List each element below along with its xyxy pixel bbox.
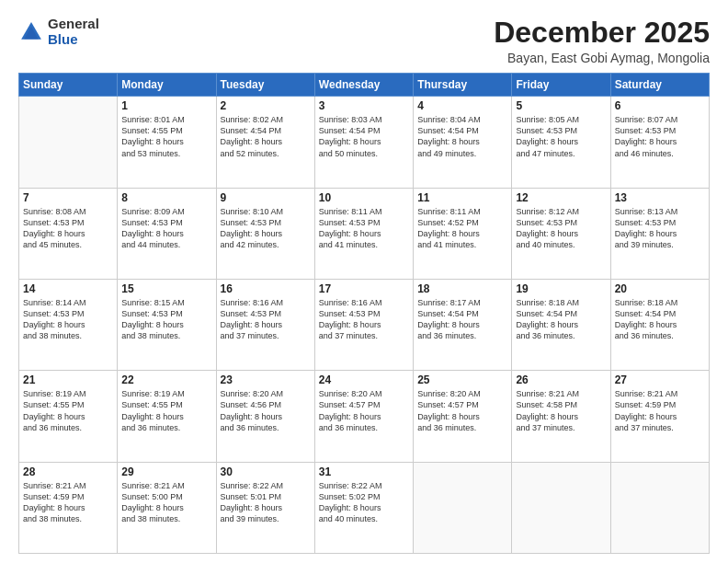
logo-line1: General: [48, 16, 99, 31]
calendar-cell: 20Sunrise: 8:18 AM Sunset: 4:54 PM Dayli…: [610, 279, 709, 370]
day-number: 26: [516, 373, 606, 386]
calendar-cell: [610, 462, 709, 553]
calendar-cell: 4Sunrise: 8:04 AM Sunset: 4:54 PM Daylig…: [414, 97, 512, 188]
day-content: Sunrise: 8:03 AM Sunset: 4:54 PM Dayligh…: [319, 114, 409, 159]
calendar-cell: 12Sunrise: 8:12 AM Sunset: 4:53 PM Dayli…: [512, 188, 610, 279]
calendar-cell: 14Sunrise: 8:14 AM Sunset: 4:53 PM Dayli…: [19, 279, 118, 370]
day-content: Sunrise: 8:21 AM Sunset: 4:59 PM Dayligh…: [615, 388, 705, 433]
calendar-cell: 31Sunrise: 8:22 AM Sunset: 5:02 PM Dayli…: [314, 462, 413, 553]
day-number: 25: [417, 373, 507, 386]
header: General Blue December 2025 Bayan, East G…: [18, 17, 710, 65]
day-number: 5: [516, 99, 606, 112]
page: General Blue December 2025 Bayan, East G…: [0, 0, 728, 563]
calendar-cell: 29Sunrise: 8:21 AM Sunset: 5:00 PM Dayli…: [118, 462, 216, 553]
day-content: Sunrise: 8:05 AM Sunset: 4:53 PM Dayligh…: [516, 114, 606, 159]
calendar-week-row: 14Sunrise: 8:14 AM Sunset: 4:53 PM Dayli…: [19, 279, 710, 370]
calendar-cell: 8Sunrise: 8:09 AM Sunset: 4:53 PM Daylig…: [118, 188, 216, 279]
day-number: 9: [221, 191, 311, 204]
day-content: Sunrise: 8:08 AM Sunset: 4:53 PM Dayligh…: [23, 206, 113, 251]
calendar-cell: [512, 462, 610, 553]
day-number: 1: [121, 99, 211, 112]
day-content: Sunrise: 8:01 AM Sunset: 4:55 PM Dayligh…: [121, 114, 211, 159]
logo: General Blue: [18, 17, 99, 47]
subtitle: Bayan, East Gobi Aymag, Mongolia: [494, 51, 710, 65]
day-content: Sunrise: 8:22 AM Sunset: 5:02 PM Dayligh…: [319, 480, 409, 525]
calendar-cell: 1Sunrise: 8:01 AM Sunset: 4:55 PM Daylig…: [118, 97, 216, 188]
calendar-cell: 2Sunrise: 8:02 AM Sunset: 4:54 PM Daylig…: [216, 97, 314, 188]
day-number: 24: [319, 373, 409, 386]
calendar-cell: 6Sunrise: 8:07 AM Sunset: 4:53 PM Daylig…: [610, 97, 709, 188]
calendar-cell: 25Sunrise: 8:20 AM Sunset: 4:57 PM Dayli…: [414, 371, 512, 462]
day-content: Sunrise: 8:21 AM Sunset: 4:58 PM Dayligh…: [516, 388, 606, 433]
calendar-cell: 5Sunrise: 8:05 AM Sunset: 4:53 PM Daylig…: [512, 97, 610, 188]
day-content: Sunrise: 8:12 AM Sunset: 4:53 PM Dayligh…: [516, 206, 606, 251]
day-content: Sunrise: 8:19 AM Sunset: 4:55 PM Dayligh…: [23, 388, 113, 433]
calendar-cell: 15Sunrise: 8:15 AM Sunset: 4:53 PM Dayli…: [118, 279, 216, 370]
day-number: 21: [23, 373, 113, 386]
day-content: Sunrise: 8:20 AM Sunset: 4:56 PM Dayligh…: [221, 388, 311, 433]
day-content: Sunrise: 8:11 AM Sunset: 4:53 PM Dayligh…: [319, 206, 409, 251]
day-number: 15: [121, 282, 211, 295]
calendar-cell: 24Sunrise: 8:20 AM Sunset: 4:57 PM Dayli…: [314, 371, 413, 462]
calendar-cell: 27Sunrise: 8:21 AM Sunset: 4:59 PM Dayli…: [610, 371, 709, 462]
day-number: 7: [23, 191, 113, 204]
day-number: 30: [221, 465, 311, 478]
calendar-day-header: Sunday: [19, 74, 118, 97]
day-number: 14: [23, 282, 113, 295]
calendar-cell: 17Sunrise: 8:16 AM Sunset: 4:53 PM Dayli…: [314, 279, 413, 370]
day-number: 16: [221, 282, 311, 295]
calendar-day-header: Friday: [512, 74, 610, 97]
day-content: Sunrise: 8:04 AM Sunset: 4:54 PM Dayligh…: [417, 114, 507, 159]
calendar-cell: 7Sunrise: 8:08 AM Sunset: 4:53 PM Daylig…: [19, 188, 118, 279]
day-content: Sunrise: 8:21 AM Sunset: 5:00 PM Dayligh…: [121, 480, 211, 525]
logo-line2: Blue: [48, 31, 78, 47]
day-content: Sunrise: 8:10 AM Sunset: 4:53 PM Dayligh…: [221, 206, 311, 251]
calendar-day-header: Wednesday: [314, 74, 413, 97]
calendar-cell: 23Sunrise: 8:20 AM Sunset: 4:56 PM Dayli…: [216, 371, 314, 462]
calendar-cell: 21Sunrise: 8:19 AM Sunset: 4:55 PM Dayli…: [19, 371, 118, 462]
day-number: 4: [417, 99, 507, 112]
calendar-header-row: SundayMondayTuesdayWednesdayThursdayFrid…: [19, 74, 710, 97]
day-number: 18: [417, 282, 507, 295]
calendar-day-header: Tuesday: [216, 74, 314, 97]
calendar-week-row: 28Sunrise: 8:21 AM Sunset: 4:59 PM Dayli…: [19, 462, 710, 553]
day-number: 11: [417, 191, 507, 204]
calendar-cell: 28Sunrise: 8:21 AM Sunset: 4:59 PM Dayli…: [19, 462, 118, 553]
day-content: Sunrise: 8:18 AM Sunset: 4:54 PM Dayligh…: [615, 297, 705, 342]
calendar-week-row: 7Sunrise: 8:08 AM Sunset: 4:53 PM Daylig…: [19, 188, 710, 279]
day-number: 19: [516, 282, 606, 295]
day-number: 3: [319, 99, 409, 112]
day-content: Sunrise: 8:19 AM Sunset: 4:55 PM Dayligh…: [121, 388, 211, 433]
calendar-cell: [19, 97, 118, 188]
calendar-cell: 18Sunrise: 8:17 AM Sunset: 4:54 PM Dayli…: [414, 279, 512, 370]
day-content: Sunrise: 8:16 AM Sunset: 4:53 PM Dayligh…: [319, 297, 409, 342]
calendar-day-header: Monday: [118, 74, 216, 97]
day-content: Sunrise: 8:09 AM Sunset: 4:53 PM Dayligh…: [121, 206, 211, 251]
title-block: December 2025 Bayan, East Gobi Aymag, Mo…: [494, 17, 710, 65]
day-number: 12: [516, 191, 606, 204]
day-number: 29: [121, 465, 211, 478]
day-content: Sunrise: 8:15 AM Sunset: 4:53 PM Dayligh…: [121, 297, 211, 342]
calendar-day-header: Thursday: [414, 74, 512, 97]
day-number: 20: [615, 282, 705, 295]
calendar-cell: [414, 462, 512, 553]
main-title: December 2025: [494, 17, 710, 49]
day-number: 10: [319, 191, 409, 204]
calendar-cell: 11Sunrise: 8:11 AM Sunset: 4:52 PM Dayli…: [414, 188, 512, 279]
day-content: Sunrise: 8:22 AM Sunset: 5:01 PM Dayligh…: [221, 480, 311, 525]
day-content: Sunrise: 8:16 AM Sunset: 4:53 PM Dayligh…: [221, 297, 311, 342]
day-number: 17: [319, 282, 409, 295]
day-content: Sunrise: 8:17 AM Sunset: 4:54 PM Dayligh…: [417, 297, 507, 342]
day-number: 8: [121, 191, 211, 204]
calendar-cell: 30Sunrise: 8:22 AM Sunset: 5:01 PM Dayli…: [216, 462, 314, 553]
calendar-table: SundayMondayTuesdayWednesdayThursdayFrid…: [18, 73, 710, 554]
day-content: Sunrise: 8:02 AM Sunset: 4:54 PM Dayligh…: [221, 114, 311, 159]
day-number: 27: [615, 373, 705, 386]
calendar-cell: 10Sunrise: 8:11 AM Sunset: 4:53 PM Dayli…: [314, 188, 413, 279]
calendar-cell: 26Sunrise: 8:21 AM Sunset: 4:58 PM Dayli…: [512, 371, 610, 462]
calendar-cell: 13Sunrise: 8:13 AM Sunset: 4:53 PM Dayli…: [610, 188, 709, 279]
calendar-cell: 9Sunrise: 8:10 AM Sunset: 4:53 PM Daylig…: [216, 188, 314, 279]
day-number: 6: [615, 99, 705, 112]
calendar-cell: 19Sunrise: 8:18 AM Sunset: 4:54 PM Dayli…: [512, 279, 610, 370]
calendar-week-row: 1Sunrise: 8:01 AM Sunset: 4:55 PM Daylig…: [19, 97, 710, 188]
